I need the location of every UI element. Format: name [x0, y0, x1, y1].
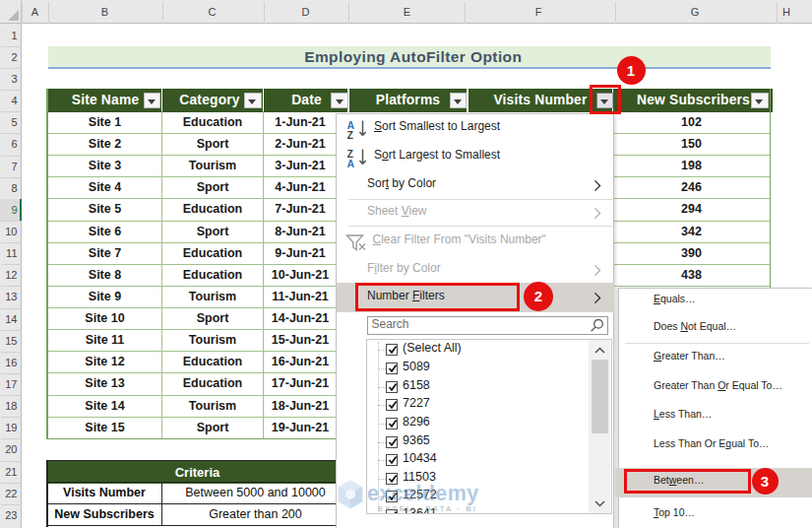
svg-text:A: A — [347, 158, 355, 168]
svg-text:Z: Z — [347, 129, 354, 140]
